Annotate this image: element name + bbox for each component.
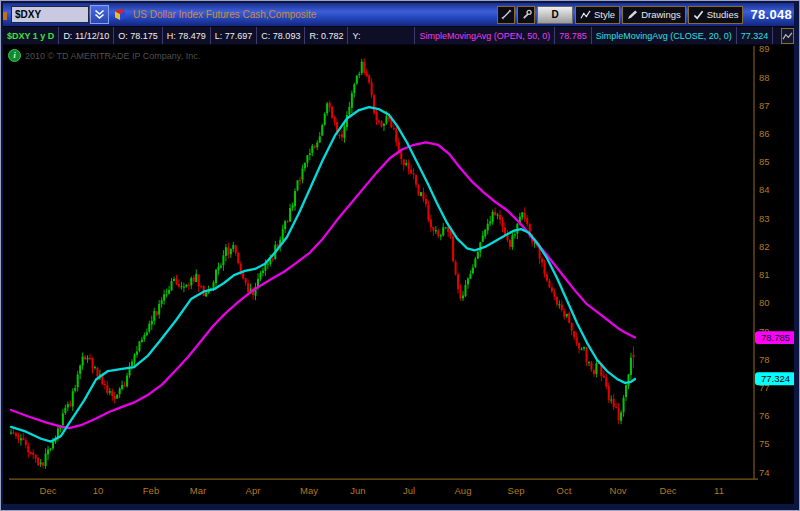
svg-text:Jun: Jun bbox=[350, 485, 365, 496]
svg-text:85: 85 bbox=[759, 156, 770, 167]
checkmark-icon bbox=[693, 10, 704, 20]
svg-text:75: 75 bbox=[759, 438, 770, 449]
svg-text:87: 87 bbox=[759, 100, 770, 111]
svg-text:Aug: Aug bbox=[455, 485, 472, 496]
sma-open-label[interactable]: SimpleMovingAvg (OPEN, 50, 0) bbox=[415, 27, 555, 44]
pencil-icon bbox=[627, 10, 638, 20]
range-field: R: 0.782 bbox=[305, 27, 348, 44]
drawings-button[interactable]: Drawings bbox=[622, 6, 686, 24]
chart-region: 89888786858483828180797877767574Dec10Feb… bbox=[3, 45, 794, 504]
wrench-icon bbox=[521, 9, 532, 20]
copyright-text: 2010 © TD AMERITRADE IP Company, Inc. bbox=[25, 51, 200, 61]
svg-text:Oct: Oct bbox=[557, 485, 572, 496]
last-price-display: 78.048 bbox=[750, 7, 792, 22]
sma-open-value: 78.785 bbox=[555, 27, 592, 44]
y-field: Y: bbox=[348, 27, 415, 44]
open-field: O: 78.175 bbox=[114, 27, 163, 44]
sma20-close-line bbox=[11, 107, 635, 441]
style-button[interactable]: Style bbox=[575, 6, 620, 24]
svg-text:10: 10 bbox=[93, 485, 104, 496]
double-chevron-down-icon bbox=[94, 9, 105, 20]
candles bbox=[10, 58, 634, 469]
svg-text:76: 76 bbox=[759, 410, 770, 421]
mini-chart-icon bbox=[782, 32, 793, 40]
svg-text:83: 83 bbox=[759, 213, 770, 224]
svg-text:89: 89 bbox=[759, 45, 770, 54]
sma-close-value: 77.324 bbox=[737, 27, 774, 44]
svg-text:86: 86 bbox=[759, 128, 770, 139]
line-chart-icon bbox=[580, 10, 591, 20]
pan-zoom-button[interactable] bbox=[497, 6, 515, 24]
svg-text:78.785: 78.785 bbox=[761, 332, 790, 343]
chart-mini-toggle-button[interactable] bbox=[781, 28, 794, 44]
studies-button-label: Studies bbox=[707, 9, 739, 20]
diagonal-arrows-icon bbox=[501, 9, 512, 20]
y-axis-labels: 89888786858483828180797877767574 bbox=[759, 45, 770, 478]
chart-tools-button[interactable] bbox=[517, 6, 535, 24]
price-chart[interactable]: 89888786858483828180797877767574Dec10Feb… bbox=[3, 45, 794, 504]
svg-text:Dec: Dec bbox=[660, 485, 677, 496]
svg-text:88: 88 bbox=[759, 72, 770, 83]
drawings-button-label: Drawings bbox=[641, 9, 681, 20]
high-field: H: 78.479 bbox=[163, 27, 211, 44]
timeframe-button[interactable]: D bbox=[537, 6, 573, 24]
window-edge-artifact bbox=[3, 12, 7, 20]
svg-text:84: 84 bbox=[759, 184, 770, 195]
style-button-label: Style bbox=[594, 9, 615, 20]
svg-text:78: 78 bbox=[759, 354, 770, 365]
svg-text:Jul: Jul bbox=[403, 485, 415, 496]
svg-text:Feb: Feb bbox=[143, 485, 159, 496]
composite-cube-icon bbox=[113, 7, 128, 22]
svg-text:81: 81 bbox=[759, 269, 770, 280]
sma-close-label[interactable]: SimpleMovingAvg (CLOSE, 20, 0) bbox=[592, 27, 737, 44]
svg-text:May: May bbox=[300, 485, 318, 496]
svg-text:80: 80 bbox=[759, 297, 770, 308]
svg-text:11: 11 bbox=[714, 485, 724, 496]
chart-title-bar: US Dollar Index Futures Cash,Composite D bbox=[3, 3, 794, 26]
ohlc-data-row: $DXY 1 y D D: 11/12/10 O: 78.175 H: 78.4… bbox=[3, 26, 794, 45]
low-field: L: 77.697 bbox=[211, 27, 258, 44]
symbol-summary: $DXY 1 y D bbox=[3, 27, 59, 44]
svg-text:Apr: Apr bbox=[246, 485, 261, 496]
symbol-input[interactable] bbox=[11, 6, 89, 23]
trading-platform-window: US Dollar Index Futures Cash,Composite D bbox=[0, 0, 800, 511]
info-icon[interactable]: i bbox=[8, 49, 21, 62]
date-field: D: 11/12/10 bbox=[59, 27, 114, 44]
close-field: C: 78.093 bbox=[257, 27, 305, 44]
svg-text:Nov: Nov bbox=[610, 485, 627, 496]
svg-text:77.324: 77.324 bbox=[761, 373, 790, 384]
data-row-spacer bbox=[773, 27, 781, 44]
svg-text:Mar: Mar bbox=[190, 485, 206, 496]
svg-text:74: 74 bbox=[759, 467, 770, 478]
symbol-dropdown-button[interactable] bbox=[90, 5, 109, 24]
svg-text:Sep: Sep bbox=[508, 485, 525, 496]
copyright-line: i 2010 © TD AMERITRADE IP Company, Inc. bbox=[8, 49, 200, 62]
x-axis-labels: Dec10FebMarAprMayJunJulAugSepOctNovDec11 bbox=[40, 485, 724, 496]
instrument-description: US Dollar Index Futures Cash,Composite bbox=[133, 9, 316, 20]
svg-text:Dec: Dec bbox=[40, 485, 57, 496]
studies-button[interactable]: Studies bbox=[688, 6, 744, 24]
svg-text:82: 82 bbox=[759, 241, 770, 252]
